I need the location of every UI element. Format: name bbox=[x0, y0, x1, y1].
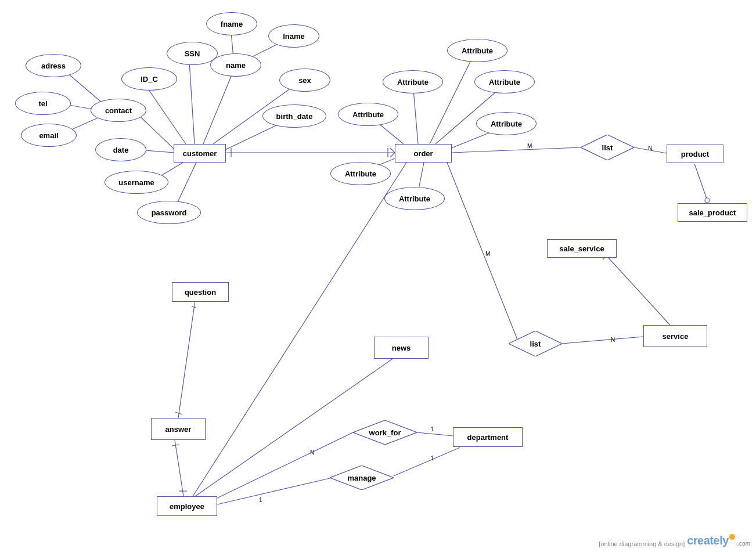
attr-tel: tel bbox=[15, 92, 71, 115]
label: order bbox=[413, 149, 433, 158]
svg-line-46 bbox=[394, 448, 460, 476]
label: question bbox=[185, 288, 216, 297]
label: list bbox=[602, 143, 613, 152]
attr-order-1: Attribute bbox=[330, 162, 391, 185]
attr-fname: fname bbox=[206, 12, 257, 35]
label: name bbox=[226, 61, 246, 70]
label: list bbox=[530, 340, 541, 348]
label: Attribute bbox=[491, 120, 522, 128]
entity-news: news bbox=[374, 337, 429, 359]
label: Attribute bbox=[345, 169, 376, 178]
footer: [online diagramming & design] creately✺ … bbox=[599, 534, 750, 547]
svg-line-44 bbox=[417, 432, 453, 436]
sun-icon: ✺ bbox=[729, 532, 736, 542]
attr-idc: ID_C bbox=[121, 67, 177, 91]
entity-question: question bbox=[172, 282, 229, 302]
attr-email: email bbox=[21, 124, 77, 147]
entity-customer: customer bbox=[174, 144, 226, 163]
attr-order-7: Attribute bbox=[384, 187, 445, 210]
entity-service: service bbox=[643, 325, 707, 347]
svg-line-5 bbox=[189, 61, 195, 144]
label: department bbox=[467, 433, 509, 442]
entity-sale-product: sale_product bbox=[678, 203, 747, 222]
footer-tagline: [online diagramming & design] bbox=[599, 540, 685, 547]
card-n-workfor-emp: N bbox=[310, 449, 314, 456]
svg-line-36 bbox=[192, 306, 196, 308]
entity-sale-service: sale_service bbox=[547, 239, 617, 258]
label: Attribute bbox=[489, 78, 520, 86]
card-1-workfor-dept: 1 bbox=[431, 426, 434, 432]
label: date bbox=[113, 146, 129, 154]
attr-ssn: SSN bbox=[167, 42, 218, 65]
card-1-manage-dept: 1 bbox=[431, 455, 434, 461]
attr-password: password bbox=[137, 201, 201, 224]
label: email bbox=[39, 131, 58, 140]
attr-sex: sex bbox=[279, 68, 330, 92]
svg-line-45 bbox=[215, 478, 330, 505]
label: answer bbox=[165, 425, 192, 434]
label: username bbox=[118, 178, 154, 187]
svg-line-17 bbox=[390, 153, 395, 157]
label: adress bbox=[41, 62, 66, 70]
label: contact bbox=[105, 106, 132, 115]
card-m-order-service: M bbox=[485, 251, 490, 257]
creately-logo: creately✺ bbox=[687, 534, 735, 547]
rel-manage: manage bbox=[330, 466, 394, 490]
svg-line-38 bbox=[175, 440, 183, 496]
label: Attribute bbox=[352, 110, 384, 119]
svg-line-6 bbox=[203, 71, 233, 144]
svg-line-42 bbox=[193, 163, 406, 496]
svg-line-32 bbox=[606, 255, 670, 325]
entity-order: order bbox=[395, 144, 452, 163]
label: work_for bbox=[369, 428, 401, 437]
label: manage bbox=[347, 474, 376, 482]
svg-line-4 bbox=[147, 87, 186, 144]
rel-list-service: list bbox=[509, 331, 562, 356]
svg-line-22 bbox=[430, 55, 474, 144]
attr-order-4: Attribute bbox=[447, 39, 507, 62]
attr-lname: lname bbox=[268, 24, 319, 48]
entity-answer: answer bbox=[151, 418, 206, 440]
svg-line-35 bbox=[178, 301, 195, 418]
label: tel bbox=[38, 99, 47, 108]
card-n-list-product: N bbox=[648, 145, 652, 151]
label: news bbox=[392, 344, 411, 352]
label: customer bbox=[183, 149, 217, 158]
card-m-order-product: M bbox=[527, 143, 532, 149]
svg-line-16 bbox=[390, 148, 395, 153]
attr-birthdate: birth_date bbox=[262, 104, 326, 128]
label: birth_date bbox=[276, 112, 313, 121]
card-n-list-service: N bbox=[611, 337, 615, 343]
rel-list-product: list bbox=[581, 135, 634, 160]
label: Attribute bbox=[397, 78, 429, 86]
label: sale_product bbox=[689, 208, 736, 217]
attr-order-6: Attribute bbox=[476, 112, 537, 135]
card-1-manage-emp: 1 bbox=[259, 497, 262, 503]
attr-date: date bbox=[95, 138, 146, 161]
svg-point-29 bbox=[705, 198, 710, 203]
label: sale_service bbox=[559, 244, 604, 253]
entity-employee: employee bbox=[157, 496, 217, 516]
attr-adress: adress bbox=[26, 54, 81, 77]
rel-work-for: work_for bbox=[353, 420, 417, 445]
attr-contact: contact bbox=[91, 99, 146, 122]
label: password bbox=[152, 208, 187, 217]
label: Attribute bbox=[462, 46, 493, 55]
svg-line-39 bbox=[172, 445, 179, 446]
svg-line-31 bbox=[562, 337, 643, 344]
label: ID_C bbox=[141, 75, 158, 84]
svg-line-28 bbox=[694, 164, 707, 200]
svg-line-30 bbox=[447, 163, 519, 342]
footer-dotcom: .com bbox=[737, 540, 750, 547]
svg-line-26 bbox=[452, 147, 581, 153]
label: employee bbox=[170, 502, 204, 511]
attr-order-2: Attribute bbox=[338, 103, 398, 126]
entity-product: product bbox=[667, 145, 723, 163]
label: lname bbox=[283, 32, 305, 41]
label: service bbox=[663, 332, 689, 341]
entity-department: department bbox=[453, 427, 523, 447]
attr-name: name bbox=[210, 53, 261, 77]
attr-order-5: Attribute bbox=[474, 70, 535, 93]
svg-line-37 bbox=[175, 412, 182, 414]
label: product bbox=[681, 150, 709, 158]
